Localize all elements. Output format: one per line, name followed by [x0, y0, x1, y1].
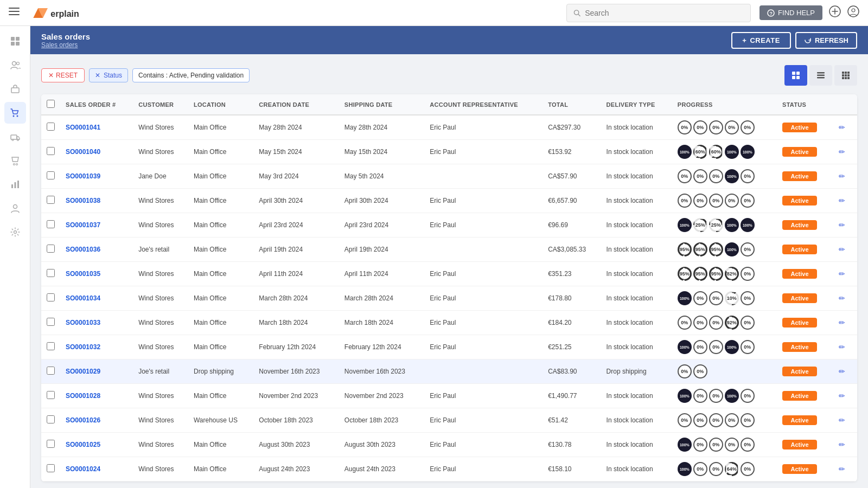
sidebar-item-reports[interactable] [4, 174, 26, 195]
topnav-actions: ? FIND HELP [760, 5, 859, 20]
row-checkbox[interactable] [47, 171, 55, 179]
svg-rect-30 [14, 182, 16, 188]
create-button[interactable]: + CREATE [731, 32, 791, 49]
order-number[interactable]: SO0001024 [66, 465, 100, 473]
edit-icon[interactable]: ✏ [837, 389, 847, 402]
edit-icon[interactable]: ✏ [837, 170, 847, 183]
order-number[interactable]: SO0001039 [66, 172, 100, 180]
main-content: ✕ RESET ✕ Status Contains : Active, Pend… [30, 54, 868, 488]
row-checkbox[interactable] [47, 391, 55, 399]
status-badge: Active [782, 391, 817, 401]
cell-status: Active [777, 140, 831, 164]
edit-icon[interactable]: ✏ [837, 194, 847, 207]
cell-delivery: In stock location [601, 335, 672, 359]
order-number[interactable]: SO0001029 [66, 368, 100, 375]
row-checkbox[interactable] [47, 123, 55, 131]
reset-button[interactable]: ✕ RESET [41, 68, 85, 82]
sidebar-item-contacts[interactable] [4, 54, 26, 76]
svg-rect-31 [17, 181, 19, 188]
order-number[interactable]: SO0001040 [66, 148, 100, 156]
kanban-view-button[interactable] [784, 65, 807, 86]
cell-creation: August 30th 2023 [253, 433, 339, 457]
order-number[interactable]: SO0001032 [66, 343, 100, 351]
cell-shipping: November 2nd 2023 [339, 384, 425, 408]
add-button[interactable] [829, 5, 841, 20]
row-checkbox[interactable] [47, 293, 55, 301]
edit-icon[interactable]: ✏ [837, 292, 847, 305]
edit-icon[interactable]: ✏ [837, 243, 847, 256]
row-checkbox[interactable] [47, 220, 55, 228]
cell-progress: 100%60%60%100%100% [672, 140, 777, 164]
row-checkbox[interactable] [47, 415, 55, 423]
edit-icon[interactable]: ✏ [837, 267, 847, 280]
status-badge: Active [782, 147, 817, 157]
edit-icon[interactable]: ✏ [837, 463, 847, 476]
refresh-button[interactable]: REFRESH [795, 32, 857, 49]
edit-icon[interactable]: ✏ [837, 316, 847, 329]
status-badge: Active [782, 367, 817, 376]
order-number[interactable]: SO0001026 [66, 416, 100, 424]
order-number[interactable]: SO0001034 [66, 294, 100, 302]
cell-delivery: In stock location [601, 384, 672, 408]
row-checkbox[interactable] [47, 196, 55, 204]
row-checkbox[interactable] [47, 342, 55, 350]
progress-circle: 0% [693, 316, 707, 330]
order-number[interactable]: SO0001025 [66, 441, 100, 448]
order-number[interactable]: SO0001028 [66, 392, 100, 400]
search-input[interactable] [585, 9, 744, 17]
cell-total: CA$297.30 [542, 115, 601, 140]
edit-icon[interactable]: ✏ [837, 145, 847, 158]
cell-edit: ✏ [831, 237, 857, 262]
row-checkbox[interactable] [47, 147, 55, 155]
cell-edit: ✏ [831, 408, 857, 433]
order-number[interactable]: SO0001036 [66, 246, 100, 253]
breadcrumb[interactable]: Sales orders [41, 41, 90, 49]
cell-shipping: April 23rd 2024 [339, 213, 425, 237]
sidebar-item-settings[interactable] [4, 221, 26, 243]
order-number[interactable]: SO0001033 [66, 319, 100, 326]
user-profile-button[interactable] [847, 5, 859, 20]
edit-icon[interactable]: ✏ [837, 438, 847, 451]
row-checkbox[interactable] [47, 464, 55, 472]
edit-icon[interactable]: ✏ [837, 219, 847, 232]
order-number[interactable]: SO0001041 [66, 124, 100, 131]
row-checkbox[interactable] [47, 367, 55, 375]
row-checkbox[interactable] [47, 269, 55, 277]
progress-circle: 100% [678, 145, 692, 159]
order-number[interactable]: SO0001035 [66, 270, 100, 278]
sidebar-item-dashboard[interactable] [4, 30, 26, 52]
progress-circle: 100% [678, 291, 692, 305]
row-checkbox[interactable] [47, 318, 55, 326]
cell-total: CA$57.90 [542, 164, 601, 189]
row-checkbox[interactable] [47, 245, 55, 253]
table-row: SO0001029Joe's retailDrop shippingNovemb… [41, 359, 857, 384]
edit-icon[interactable]: ✏ [837, 414, 847, 427]
edit-icon[interactable]: ✏ [837, 341, 847, 354]
svg-rect-49 [847, 77, 850, 79]
select-all-checkbox[interactable] [47, 100, 55, 108]
sidebar-item-delivery[interactable] [4, 126, 26, 147]
cell-location: Main Office [188, 311, 253, 335]
cell-shipping: August 30th 2023 [339, 433, 425, 457]
sidebar-item-purchases[interactable] [4, 150, 26, 171]
menu-icon[interactable] [9, 6, 20, 20]
order-number[interactable]: SO0001038 [66, 197, 100, 204]
progress-circle: 0% [741, 267, 755, 281]
table-row: SO0001037Wind StoresMain OfficeApril 23r… [41, 213, 857, 237]
edit-icon[interactable]: ✏ [837, 121, 847, 134]
status-filter-tag[interactable]: ✕ Status [89, 68, 128, 82]
filter-value-tag[interactable]: Contains : Active, Pending validation [132, 68, 250, 82]
sidebar-item-products[interactable] [4, 78, 26, 100]
sidebar-item-sales[interactable] [4, 102, 26, 124]
grid-view-button[interactable] [834, 65, 857, 86]
edit-icon[interactable]: ✏ [837, 365, 847, 378]
order-number[interactable]: SO0001037 [66, 221, 100, 229]
status-badge: Active [782, 293, 817, 303]
find-help-button[interactable]: ? FIND HELP [760, 5, 822, 20]
list-view-button[interactable] [809, 65, 832, 86]
status-badge: Active [782, 220, 817, 230]
sidebar-item-team[interactable] [4, 197, 26, 219]
row-checkbox[interactable] [47, 440, 55, 448]
search-bar[interactable] [566, 4, 751, 22]
table-row: SO0001036Joe's retailMain OfficeApril 19… [41, 237, 857, 262]
